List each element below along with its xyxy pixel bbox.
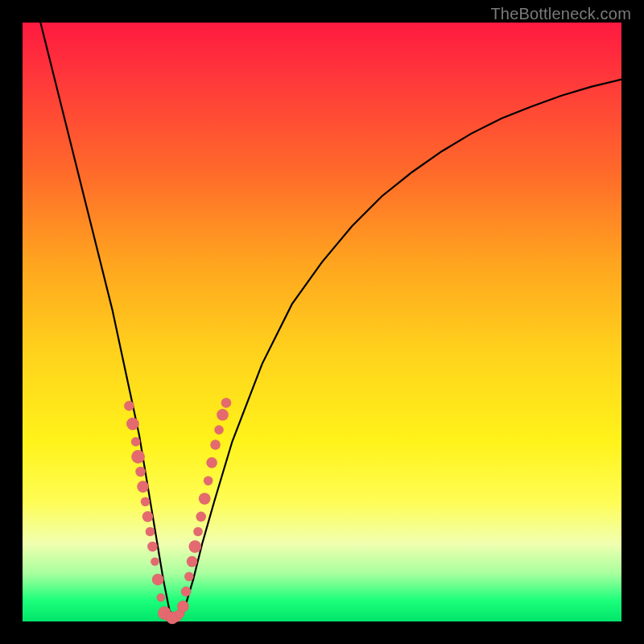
data-point <box>124 401 134 411</box>
data-point <box>204 476 213 485</box>
data-point <box>131 450 145 464</box>
data-point <box>214 425 223 434</box>
data-point <box>137 481 149 493</box>
data-point <box>146 527 155 536</box>
data-point <box>181 587 191 597</box>
data-point <box>196 512 205 522</box>
data-point <box>210 440 220 449</box>
data-point <box>131 437 140 446</box>
bottleneck-curve <box>40 23 621 621</box>
data-point <box>126 418 139 431</box>
data-point <box>221 398 231 407</box>
data-point <box>147 542 157 551</box>
data-point <box>217 409 229 421</box>
data-point <box>157 593 165 601</box>
data-point <box>151 557 159 565</box>
data-point <box>184 572 193 580</box>
data-point <box>142 511 154 522</box>
data-point <box>199 493 211 505</box>
data-point <box>193 527 202 536</box>
data-point <box>187 556 198 568</box>
scatter-points <box>124 398 231 624</box>
data-point <box>152 574 164 586</box>
data-point <box>188 540 201 553</box>
chart-svg <box>23 23 621 621</box>
data-point <box>177 601 189 613</box>
watermark-text: TheBottleneck.com <box>490 5 631 23</box>
data-point <box>141 497 150 506</box>
data-point <box>206 457 217 469</box>
plot-area <box>23 23 621 621</box>
data-point <box>135 467 145 477</box>
